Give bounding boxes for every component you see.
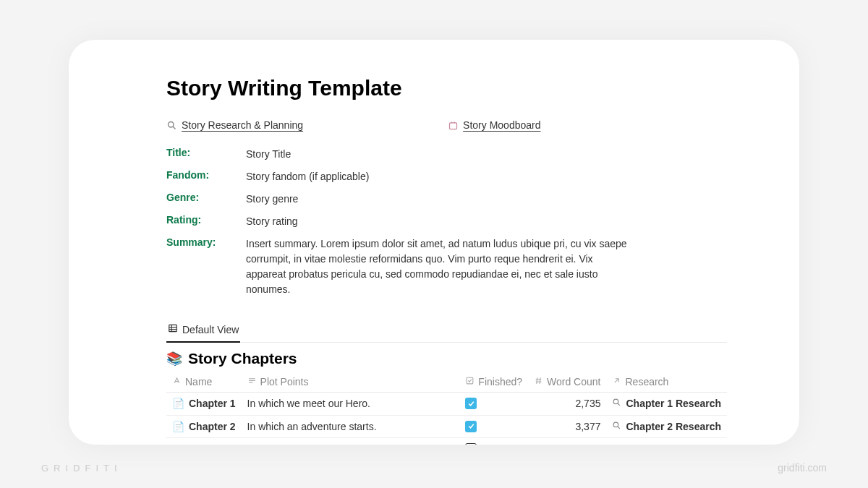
prop-genre-value[interactable]: Story genre	[246, 192, 629, 207]
watermark-right: gridfiti.com	[778, 462, 827, 474]
number-prop-icon	[534, 376, 543, 388]
page-icon: 📄	[172, 398, 184, 409]
col-finished[interactable]: Finished?	[459, 372, 528, 393]
subpage-links: Story Research & Planning Story Moodboar…	[166, 119, 734, 131]
link-moodboard[interactable]: Story Moodboard	[448, 119, 540, 131]
moodboard-icon	[448, 120, 459, 131]
table-row[interactable]: 📄Chapter 2 In which an adventure starts.…	[166, 415, 727, 438]
database-header: 📚 Story Chapters	[166, 350, 734, 367]
svg-line-14	[540, 377, 540, 384]
link-research-planning[interactable]: Story Research & Planning	[166, 119, 303, 131]
svg-line-16	[618, 403, 620, 406]
checkbox-prop-icon	[465, 376, 475, 388]
table-icon	[168, 323, 178, 335]
prop-fandom-value[interactable]: Story fandom (if applicable)	[246, 169, 629, 184]
link-label: Story Research & Planning	[182, 119, 303, 131]
view-tabs: Default View	[166, 319, 727, 343]
cell-plot[interactable]: In which the Hero digs in their feet.	[242, 438, 460, 445]
svg-point-0	[169, 121, 174, 127]
table-row[interactable]: 📄Chapter 3 In which the Hero digs in the…	[166, 438, 727, 445]
cell-plot[interactable]: In which an adventure starts.	[242, 415, 460, 438]
svg-point-17	[614, 422, 619, 427]
relation-prop-icon	[612, 376, 621, 388]
page-icon: 📄	[172, 445, 184, 445]
watermark-left: GRIDFITI	[41, 463, 122, 474]
tab-default-view[interactable]: Default View	[166, 319, 240, 343]
prop-title-value[interactable]: Story Title	[246, 147, 629, 162]
prop-title-label: Title:	[166, 147, 246, 162]
tab-label: Default View	[182, 324, 239, 335]
prop-summary-label: Summary:	[166, 236, 246, 297]
prop-genre-label: Genre:	[166, 192, 246, 207]
database-title: Story Chapters	[188, 350, 297, 367]
svg-point-15	[614, 399, 619, 404]
magnifier-icon	[612, 421, 621, 432]
col-wordcount[interactable]: Word Count	[528, 372, 606, 393]
magnifier-icon	[612, 445, 621, 445]
cell-plot[interactable]: In which we meet our Hero.	[242, 393, 460, 416]
cell-wordcount[interactable]: 0	[528, 438, 606, 445]
prop-fandom-label: Fandom:	[166, 169, 246, 184]
books-icon: 📚	[166, 351, 182, 367]
cell-research: Chapter 2 Research	[626, 421, 721, 432]
cell-wordcount[interactable]: 3,377	[528, 415, 606, 438]
page-title: Story Writing Template	[166, 76, 734, 100]
col-plot[interactable]: Plot Points	[242, 372, 460, 393]
link-label: Story Moodboard	[463, 119, 540, 131]
magnifier-icon	[612, 398, 621, 409]
text-prop-icon	[172, 376, 182, 388]
chapters-table: Name Plot Points Finished? Word Count Re…	[166, 372, 727, 445]
cell-research: Chapter 1 Research	[626, 398, 721, 409]
magnifier-icon	[166, 120, 177, 131]
svg-line-13	[537, 377, 537, 384]
cell-wordcount[interactable]: 2,735	[528, 393, 606, 416]
cell-research: Chapter 3 Research	[626, 445, 721, 445]
prop-summary-value[interactable]: Insert summary. Lorem ipsum dolor sit am…	[246, 236, 629, 297]
cell-name: Chapter 3	[189, 445, 236, 445]
page-icon: 📄	[172, 421, 184, 432]
story-properties: Title: Story Title Fandom: Story fandom …	[166, 147, 629, 297]
cell-name: Chapter 2	[189, 421, 236, 432]
text-prop-icon	[247, 376, 257, 388]
svg-line-1	[173, 127, 175, 129]
prop-rating-value[interactable]: Story rating	[246, 214, 629, 229]
svg-line-18	[618, 427, 620, 429]
col-name[interactable]: Name	[166, 372, 242, 393]
cell-finished[interactable]	[459, 393, 528, 416]
table-row[interactable]: 📄Chapter 1 In which we meet our Hero. 2,…	[166, 393, 727, 416]
svg-rect-2	[450, 122, 457, 129]
cell-name: Chapter 1	[189, 398, 236, 409]
cell-finished[interactable]	[459, 415, 528, 438]
svg-rect-3	[169, 325, 177, 331]
svg-rect-10	[467, 377, 473, 384]
prop-rating-label: Rating:	[166, 214, 246, 229]
cell-finished[interactable]	[459, 438, 528, 445]
notion-page-card: Story Writing Template Story Research & …	[69, 40, 799, 445]
col-research[interactable]: Research	[606, 372, 727, 393]
